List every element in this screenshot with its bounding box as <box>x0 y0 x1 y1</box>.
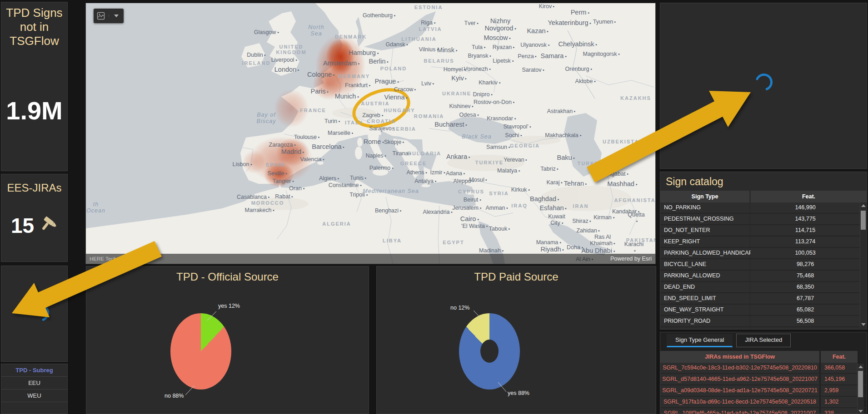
table-header: JIRAs missed in TSGFlow Feat. <box>660 351 867 363</box>
cell-sign-type: ONE_WAY_STRAIGHT <box>660 305 749 315</box>
panel-loading-right <box>660 3 867 169</box>
cell-sign-type: NO_PARKING <box>660 202 749 213</box>
scroll-up-icon[interactable] <box>858 365 863 368</box>
table-row[interactable]: BICYCLE_LANE 98,276 <box>660 259 867 271</box>
cell-feat: 67,787 <box>751 293 860 304</box>
table-row[interactable]: SGRL_917fa10a-d69c-11ec-8ecd-12e75745e50… <box>660 397 867 408</box>
pie-label-no: no 12% <box>450 305 469 311</box>
basemap-dropdown[interactable] <box>109 15 124 17</box>
tab-jira-selected[interactable]: JIRA Selected <box>736 334 791 347</box>
cell-jira-id: SGRL_917fa10a-d69c-11ec-8ecd-12e75745e50… <box>660 397 819 407</box>
map-attribution: HERE Technologies Powered by Esri <box>86 254 655 264</box>
cell-jira-id: SGRL_7c594c0e-18c3-11ed-b302-12e75745e50… <box>660 363 819 373</box>
table-row[interactable]: SGRL_d57d8140-4665-11ed-a962-12e75745e50… <box>660 374 867 385</box>
table-row[interactable]: PEDESTRIAN_CROSSING 143,775 <box>660 214 867 225</box>
table-row[interactable]: DEAD_END 68,350 <box>660 282 867 293</box>
highlight-ellipse <box>349 84 414 133</box>
table-row[interactable]: END_SPEED_LIMIT 67,787 <box>660 293 867 305</box>
chart-panel-official: TPD - Official Source yes 12% no 88% <box>86 266 369 414</box>
cell-feat: 338 <box>821 408 858 414</box>
loading-spinner <box>754 72 774 94</box>
basemap-icon[interactable] <box>94 12 109 20</box>
table-row[interactable]: ADDITIONAL_PANELS 51,019 <box>660 327 867 330</box>
cell-feat: 56,508 <box>751 316 860 326</box>
table-row[interactable]: SGRL_7c594c0e-18c3-11ed-b302-12e75745e50… <box>660 363 867 374</box>
chart-title: TPD Paid Source <box>377 266 656 283</box>
cell-feat: 51,019 <box>751 327 860 330</box>
map-panel[interactable]: GlasgowDublinIRELANDLiverpoolLondonUNITE… <box>85 3 656 264</box>
scroll-down-icon[interactable] <box>858 410 863 413</box>
table-row[interactable]: DO_NOT_ENTER 114,715 <box>660 225 867 237</box>
panel-title: EES-JIRAs <box>1 174 67 195</box>
scrollbar[interactable] <box>860 202 867 328</box>
table-row[interactable]: PRIORITY_ROAD 56,508 <box>660 316 867 327</box>
cell-sign-type: PRIORITY_ROAD <box>660 316 749 326</box>
scrollbar[interactable] <box>857 364 864 414</box>
list-item-empty <box>1 402 67 414</box>
loading-spinner <box>30 303 50 325</box>
cell-feat: 98,276 <box>751 259 860 270</box>
table-row[interactable]: PARKING_ALLOWED_HANDICAP 100,053 <box>660 248 867 259</box>
cell-feat: 68,350 <box>751 282 860 292</box>
pie-label-yes: yes 12% <box>218 303 240 309</box>
panel-title: TPD Signs not in TSGFlow <box>1 2 67 49</box>
table-row[interactable]: SGRL_a09d0348-08de-11ed-ad1a-12e75745e50… <box>660 385 867 397</box>
cell-feat: 366,058 <box>821 363 858 373</box>
table-row[interactable]: NO_PARKING 146,990 <box>660 202 867 214</box>
cell-jira-id: SGRL_108f3ef6-465a-11ed-a4ab-12e75745e50… <box>660 408 819 414</box>
cell-feat: 145,196 <box>821 374 858 384</box>
cell-feat: 65,082 <box>751 305 860 315</box>
table-header: Sign Type Feat. <box>660 191 867 202</box>
cell-feat: 2,959 <box>821 385 858 396</box>
cell-feat: 75,468 <box>751 271 860 281</box>
dashboard-root: TPD Signs not in TSGFlow 1.9M EES-JIRAs … <box>0 0 868 414</box>
list-item[interactable]: TPD - Subreg <box>1 364 67 377</box>
chart-panel-paid: TPD Paid Source no 12% yes 88% <box>376 266 656 414</box>
tab-bar: Sign Type GeneralJIRA Selected <box>660 332 867 347</box>
cell-sign-type: ADDITIONAL_PANELS <box>660 327 749 330</box>
pie-chart-official[interactable] <box>170 313 231 389</box>
table-row[interactable]: SGRL_108f3ef6-465a-11ed-a4ab-12e75745e50… <box>660 408 867 414</box>
column-header-feat[interactable]: Feat. <box>821 351 858 363</box>
cell-sign-type: PARKING_ALLOWED_HANDICAP <box>660 248 749 258</box>
column-header-feat[interactable]: Feat. <box>751 191 867 202</box>
table-row[interactable]: KEEP_RIGHT 113,274 <box>660 237 867 248</box>
cell-jira-id: SGRL_d57d8140-4665-11ed-a962-12e75745e50… <box>660 374 819 384</box>
stat-row: 15 <box>1 213 67 238</box>
cell-feat: 143,775 <box>751 214 860 224</box>
column-header-jiras[interactable]: JIRAs missed in TSGFlow <box>660 351 819 363</box>
panel-sign-catalog: Sign catalog Sign Type Feat. NO_PARKING … <box>660 172 867 330</box>
hammer-icon <box>38 215 58 237</box>
cell-feat: 1,302 <box>821 397 858 407</box>
panel-ees-jiras: EES-JIRAs 15 <box>1 174 68 262</box>
cell-feat: 114,715 <box>751 225 860 236</box>
panel-loading-left <box>1 266 68 362</box>
annotation-layer <box>86 3 655 264</box>
cell-jira-id: SGRL_a09d0348-08de-11ed-ad1a-12e75745e50… <box>660 385 819 396</box>
cell-sign-type: DO_NOT_ENTER <box>660 225 749 236</box>
list-item[interactable]: WEU <box>1 389 67 402</box>
scroll-thumb[interactable] <box>858 371 863 397</box>
panel-tpd-signs: TPD Signs not in TSGFlow 1.9M <box>1 2 68 171</box>
attribution-here: HERE Technologies <box>90 256 136 261</box>
table-row[interactable]: PARKING_ALLOWED 75,468 <box>660 271 867 282</box>
column-header-sign-type[interactable]: Sign Type <box>660 191 749 202</box>
sign-catalog-rows: NO_PARKING 146,990 PEDESTRIAN_CROSSING 1… <box>660 202 867 330</box>
chevron-down-icon <box>114 15 119 17</box>
cell-feat: 113,274 <box>751 237 860 247</box>
list-item[interactable]: EEU <box>1 377 67 389</box>
tab-sign-type-general[interactable]: Sign Type General <box>667 334 733 347</box>
table-row[interactable]: ONE_WAY_STRAIGHT 65,082 <box>660 305 867 316</box>
donut-hole <box>480 340 499 363</box>
cell-sign-type: DEAD_END <box>660 282 749 292</box>
cell-sign-type: END_SPEED_LIMIT <box>660 293 749 304</box>
chart-title: TPD - Official Source <box>86 266 369 283</box>
basemap-button[interactable] <box>94 9 124 23</box>
cell-sign-type: KEEP_RIGHT <box>660 237 749 247</box>
cell-feat: 100,053 <box>751 248 860 258</box>
cell-sign-type: BICYCLE_LANE <box>660 259 749 270</box>
jira-rows: SGRL_7c594c0e-18c3-11ed-b302-12e75745e50… <box>660 363 867 414</box>
scroll-thumb[interactable] <box>861 211 866 230</box>
scroll-up-icon[interactable] <box>861 204 866 207</box>
scroll-down-icon[interactable] <box>861 323 866 326</box>
